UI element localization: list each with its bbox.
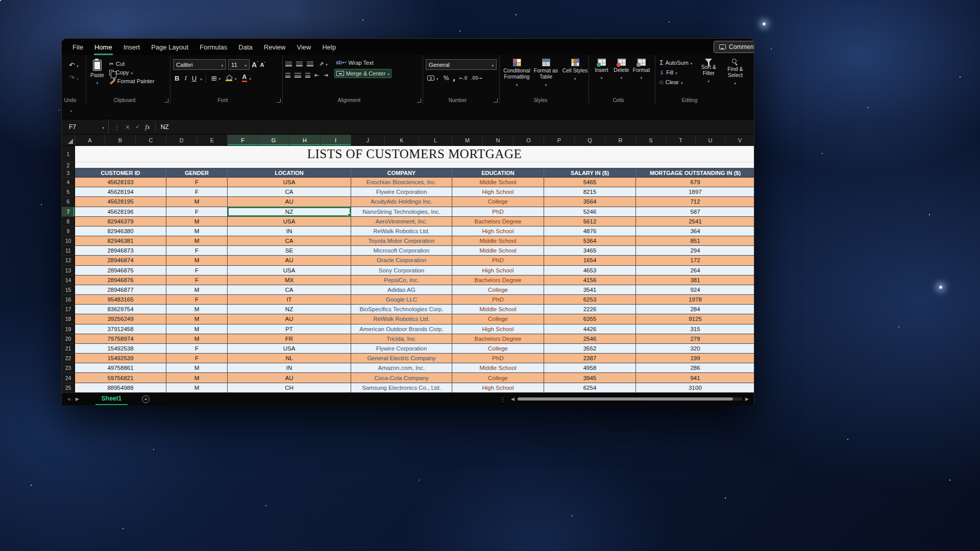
next-sheet-icon[interactable] (76, 396, 79, 402)
name-box[interactable]: F7 (62, 119, 109, 134)
comment-button[interactable]: Comment (714, 41, 754, 53)
align-left-icon[interactable] (285, 73, 290, 78)
cell-gender-row10[interactable]: M (166, 236, 228, 246)
dialog-launcher-icon[interactable] (164, 98, 168, 103)
row-header-13[interactable]: 13 (62, 266, 75, 276)
cell-location-row15[interactable]: CA (228, 285, 351, 295)
sort-filter-button[interactable]: Sort & Filter (697, 59, 720, 95)
cell-gender-row13[interactable]: F (166, 266, 228, 276)
cell-customer_id-row18[interactable]: 39256249 (75, 314, 166, 324)
align-top-icon[interactable] (285, 62, 292, 66)
column-header-J[interactable]: J (351, 135, 385, 146)
cell-gender-row4[interactable]: F (166, 178, 228, 187)
cell-mortgage-row6[interactable]: 712 (636, 197, 754, 207)
cell-location-row16[interactable]: IT (228, 295, 351, 305)
cell-salary-row17[interactable]: 2226 (544, 305, 636, 314)
row-header-6[interactable]: 6 (62, 197, 75, 207)
column-header-R[interactable]: R (605, 135, 636, 146)
format-painter-button[interactable]: Format Painter (108, 77, 156, 85)
italic-button[interactable]: I (183, 73, 188, 83)
cell-salary-row24[interactable]: 3945 (544, 373, 636, 383)
select-all-button[interactable] (62, 135, 75, 146)
column-header-O[interactable]: O (513, 135, 544, 146)
undo-button[interactable]: ↶ (67, 61, 80, 69)
cell-salary-row6[interactable]: 3564 (544, 197, 636, 207)
cell-education-row6[interactable]: College (452, 197, 544, 207)
cell-customer_id-row19[interactable]: 37912458 (75, 324, 166, 334)
cell-customer_id-row16[interactable]: 95483165 (75, 295, 166, 305)
row-header-8[interactable]: 8 (62, 217, 75, 227)
cell-company-row21[interactable]: Flywire Corporation (351, 344, 452, 354)
cell-mortgage-row16[interactable]: 1978 (636, 295, 754, 305)
paste-button[interactable]: Paste (89, 59, 106, 95)
column-header-U[interactable]: U (696, 135, 725, 146)
cell-mortgage-row17[interactable]: 284 (636, 305, 754, 314)
cell-location-row11[interactable]: SE (228, 246, 351, 256)
cell-mortgage-row19[interactable]: 315 (636, 324, 754, 334)
cell-salary-row16[interactable]: 6253 (544, 295, 636, 305)
cell-mortgage-row22[interactable]: 199 (636, 354, 754, 363)
cell-company-row16[interactable]: Google LLC (351, 295, 452, 305)
cell-customer_id-row24[interactable]: 59756821 (75, 373, 166, 383)
align-middle-icon[interactable] (296, 62, 303, 66)
cancel-entry-icon[interactable]: × (125, 123, 130, 131)
row-header-19[interactable]: 19 (62, 324, 75, 334)
cell-education-row4[interactable]: Middle School (452, 178, 544, 187)
table-header-customer_id[interactable]: CUSTOMER ID (75, 168, 166, 178)
fill-button[interactable]: ⇓ Fill (658, 68, 694, 77)
menu-tab-home[interactable]: Home (89, 39, 118, 55)
cell-company-row18[interactable]: ReWalk Robotics Ltd. (351, 314, 452, 324)
align-right-icon[interactable] (305, 73, 310, 78)
cell-gender-row23[interactable]: M (166, 363, 228, 373)
row-header-18[interactable]: 18 (62, 314, 75, 324)
cell-gender-row24[interactable]: M (166, 373, 228, 383)
dialog-launcher-icon[interactable] (494, 98, 498, 103)
row-header-24[interactable]: 24 (62, 373, 75, 383)
row-header-7[interactable]: 7 (62, 207, 75, 217)
cell-mortgage-row12[interactable]: 172 (636, 256, 754, 265)
table-header-company[interactable]: COMPANY (351, 168, 452, 178)
cell-customer_id-row21[interactable]: 15492538 (75, 344, 166, 354)
cell-gender-row22[interactable]: F (166, 354, 228, 363)
borders-button[interactable]: ⊞ (210, 74, 222, 83)
row-header-15[interactable]: 15 (62, 285, 75, 295)
number-format-select[interactable]: General (426, 59, 497, 70)
comma-style-button[interactable]: , (453, 74, 455, 82)
format-cells-button[interactable]: Format (631, 59, 651, 95)
cell-location-row23[interactable]: IN (228, 363, 351, 373)
cell-education-row22[interactable]: PhD (452, 354, 544, 363)
cell-location-row22[interactable]: NL (228, 354, 351, 363)
cell-education-row23[interactable]: Middle School (452, 363, 544, 373)
conditional-formatting-button[interactable]: Conditional Formatting (502, 59, 531, 95)
scrollbar-options-icon[interactable] (500, 394, 506, 404)
increase-indent-icon[interactable]: ⇥ (323, 72, 328, 78)
cell-location-row21[interactable]: USA (228, 344, 351, 354)
cell-mortgage-row14[interactable]: 381 (636, 276, 754, 285)
cell-company-row9[interactable]: ReWalk Robotics Ltd. (351, 227, 452, 236)
cell-customer_id-row13[interactable]: 28946875 (75, 266, 166, 276)
cell-customer_id-row15[interactable]: 28946877 (75, 285, 166, 295)
cell-mortgage-row8[interactable]: 2541 (636, 217, 754, 227)
cell-company-row24[interactable]: Coca-Cola Company (351, 373, 452, 383)
cell-gender-row12[interactable]: M (166, 256, 228, 265)
autosum-button[interactable]: Σ AutoSum (658, 59, 694, 67)
cell-mortgage-row21[interactable]: 320 (636, 344, 754, 354)
cell-education-row21[interactable]: College (452, 344, 544, 354)
cell-education-row25[interactable]: High School (452, 383, 544, 393)
row-header-14[interactable]: 14 (62, 276, 75, 285)
column-header-C[interactable]: C (136, 135, 166, 146)
copy-button[interactable]: Copy (108, 68, 156, 77)
cell-education-row13[interactable]: High School (452, 266, 544, 276)
cell-mortgage-row5[interactable]: 1897 (636, 187, 754, 197)
cell-gender-row5[interactable]: F (166, 187, 228, 197)
fill-color-button[interactable] (224, 74, 238, 82)
cell-salary-row19[interactable]: 4426 (544, 324, 636, 334)
cell-location-row20[interactable]: FR (228, 334, 351, 344)
cell-salary-row18[interactable]: 6355 (544, 314, 636, 324)
menu-tab-file[interactable]: File (67, 39, 89, 55)
cell-salary-row12[interactable]: 1654 (544, 256, 636, 265)
cell-customer_id-row22[interactable]: 15492539 (75, 354, 166, 363)
menu-tab-formulas[interactable]: Formulas (194, 39, 233, 55)
underline-button[interactable]: U (190, 73, 198, 83)
scrollbar-track[interactable] (518, 397, 742, 400)
